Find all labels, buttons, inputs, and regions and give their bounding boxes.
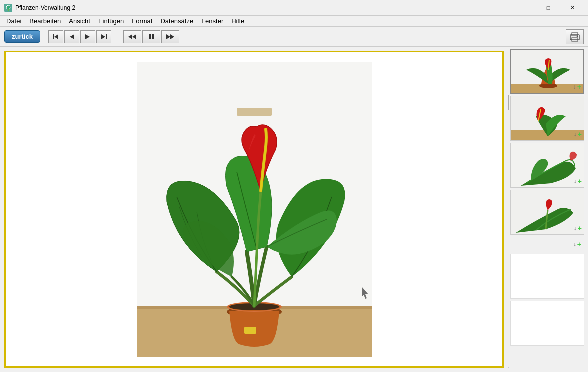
thumbnail-1[interactable]: ↓ + [510,49,584,94]
image-frame [4,51,504,368]
thumbnail-4[interactable]: ↓ + [510,190,584,235]
menu-datei[interactable]: Datei [2,16,25,26]
app-title: Pflanzen-Verwaltung 2 [15,4,513,12]
thumbnail-3[interactable]: ↓ + [510,143,584,188]
svg-marker-9 [132,34,136,40]
svg-rect-11 [149,34,151,40]
toolbar: zurück [0,27,588,47]
arrow-down-icon-4: ↓ [574,225,577,232]
titlebar: Pflanzen-Verwaltung 2 − □ ✕ [0,0,588,16]
svg-rect-26 [244,327,256,334]
svg-marker-14 [170,34,174,40]
svg-rect-27 [237,108,272,116]
sidebar: ↓ + ↓ + [508,47,588,372]
thumb-add-5[interactable]: ↓ + [510,237,584,252]
svg-marker-6 [85,34,90,40]
svg-point-18 [577,36,578,37]
svg-point-30 [539,84,557,88]
thumb-2-badge: ↓ + [574,130,582,138]
close-button[interactable]: ✕ [561,0,584,16]
nav-prev-button[interactable] [64,30,79,44]
menu-ansicht[interactable]: Ansicht [65,16,94,26]
arrow-down-icon-5: ↓ [573,241,576,248]
menu-fenster[interactable]: Fenster [197,16,227,26]
plus-icon-3: + [578,178,582,186]
menu-format[interactable]: Format [128,16,156,26]
svg-marker-8 [101,34,105,40]
thumb-empty-1 [510,254,584,299]
svg-rect-12 [152,34,154,40]
zuruck-button[interactable]: zurück [4,30,40,43]
plus-icon-2: + [578,130,582,138]
play-pause-button[interactable] [142,30,160,44]
menu-datensaetze[interactable]: Datensätze [156,16,197,26]
image-viewer [0,47,508,372]
thumb-4-badge: ↓ + [574,224,582,232]
svg-rect-17 [572,33,578,36]
svg-rect-2 [8,10,9,11]
thumb-empty-2 [510,301,584,346]
arrow-down-icon-3: ↓ [574,178,577,185]
scrollbar[interactable] [508,94,509,368]
thumb-1-badge: ↓ + [573,83,581,91]
thumbnail-2[interactable]: ↓ + [510,96,584,141]
svg-rect-3 [53,34,54,40]
window-controls: − □ ✕ [513,0,584,16]
nav-group [48,30,111,44]
svg-rect-7 [106,34,107,40]
svg-point-1 [6,6,10,10]
svg-marker-10 [128,34,132,40]
main-area: ↓ + ↓ + [0,47,588,372]
minimize-button[interactable]: − [513,0,536,16]
plus-icon: + [577,83,581,91]
arrow-down-icon-2: ↓ [574,131,577,138]
nav-next-button[interactable] [80,30,95,44]
play-forward-button[interactable] [161,30,179,44]
plus-icon-4: + [578,224,582,232]
app-icon [4,4,12,12]
plus-icon-5: + [577,240,581,248]
arrow-down-icon: ↓ [573,84,576,90]
nav-first-button[interactable] [48,30,63,44]
menu-einfuegen[interactable]: Einfügen [94,16,128,26]
menu-hilfe[interactable]: Hilfe [227,16,248,26]
scrollbar-thumb[interactable] [508,96,509,110]
maximize-button[interactable]: □ [537,0,560,16]
thumb-3-badge: ↓ + [574,178,582,186]
nav-last-button[interactable] [96,30,111,44]
plant-image [137,62,372,357]
play-back-button[interactable] [123,30,141,44]
print-button[interactable] [566,30,584,44]
menubar: Datei Bearbeiten Ansicht Einfügen Format… [0,16,588,27]
menu-bearbeiten[interactable]: Bearbeiten [25,16,65,26]
svg-marker-5 [70,34,74,40]
play-group [123,30,179,44]
svg-marker-13 [166,34,170,40]
svg-marker-4 [54,34,58,40]
